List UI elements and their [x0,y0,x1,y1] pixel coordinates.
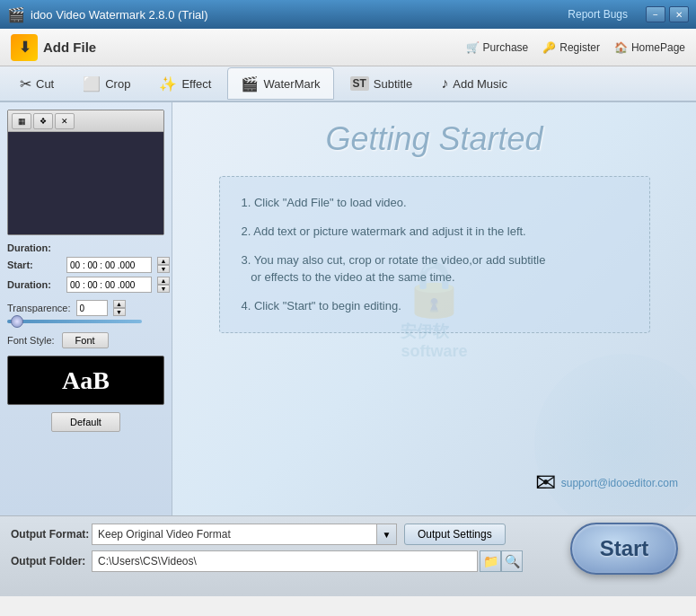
preview-toolbar: ▦ ❖ ✕ [8,110,163,132]
tab-watermark[interactable]: 🎬 WaterMark [227,67,333,100]
output-format-label: Output Format: [11,528,92,541]
browse-folder-button[interactable]: 📁 [480,550,501,572]
tab-watermark-label: WaterMark [263,77,320,91]
font-button[interactable]: Font [62,332,109,348]
tab-cut[interactable]: ✂ Cut [7,67,66,100]
app-title: idoo Video Watermark 2.8.0 (Trial) [31,8,207,22]
titlebar: 🎬 idoo Video Watermark 2.8.0 (Trial) Rep… [0,0,696,29]
start-up[interactable]: ▲ [157,257,170,265]
transparency-slider[interactable] [7,320,142,323]
preview-text-display: AaB [7,356,164,405]
format-select[interactable]: Keep Original Video Format ▼ [92,524,397,545]
homepage-label: HomePage [631,41,685,54]
homepage-link[interactable]: 🏠 HomePage [614,41,685,54]
transparence-section: Transparence: ▲ ▼ [7,300,164,325]
tab-addmusic[interactable]: ♪ Add Music [428,67,520,100]
font-style-label: Font Style: [7,335,55,346]
purchase-link[interactable]: 🛒 Purchase [466,41,529,54]
tab-subtitle[interactable]: ST Subtitle [338,67,426,100]
duration-field-label: Duration: [7,279,61,290]
format-dropdown-arrow[interactable]: ▼ [376,524,396,544]
add-file-section: ⬇ Add File [11,34,96,61]
preview-box: ▦ ❖ ✕ [7,110,164,235]
main-window: ⬇ Add File 🛒 Purchase 🔑 Register 🏠 HomeP… [0,29,696,616]
tab-subtitle-label: Subtitle [374,77,412,91]
home-icon: 🏠 [614,41,628,54]
left-panel: ▦ ❖ ✕ Duration: Start: ▲ ▼ [0,102,172,515]
tab-crop[interactable]: ⬜ Crop [70,67,143,100]
search-folder-button[interactable]: 🔍 [501,550,523,572]
email-icon: ✉ [535,468,556,497]
slider-container [7,316,164,325]
app-icon: 🎬 [7,6,25,23]
tab-crop-label: Crop [105,77,130,91]
content-area: ▦ ❖ ✕ Duration: Start: ▲ ▼ [0,102,696,515]
step-3: 3. You may also cut, crop or rotate the … [242,252,628,285]
add-file-label: Add File [43,40,96,55]
music-icon: ♪ [441,75,448,92]
duration-spinner: ▲ ▼ [157,277,170,293]
register-label: Register [559,41,600,54]
duration-header: Duration: [7,242,164,253]
nav-tabs: ✂ Cut ⬜ Crop ✨ Effect 🎬 WaterMark ST Sub… [0,66,696,102]
getting-started-title: Getting Started [325,120,542,158]
titlebar-left: 🎬 idoo Video Watermark 2.8.0 (Trial) [7,6,207,23]
transparence-label: Transparence: [7,303,71,313]
preview-close-btn[interactable]: ✕ [55,113,75,129]
folder-path-text: C:\Users\CS\Videos\ [98,555,197,568]
trans-up[interactable]: ▲ [113,300,126,308]
cut-icon: ✂ [20,75,31,92]
transparence-row: Transparence: ▲ ▼ [7,300,164,316]
transparence-input[interactable] [76,300,108,316]
register-icon: 🔑 [542,41,556,54]
purchase-icon: 🛒 [466,41,480,54]
preview-move-btn[interactable]: ❖ [33,113,53,129]
report-bugs-link[interactable]: Report Bugs [568,8,628,21]
step-2: 2. Add text or picture watermark and adj… [242,224,628,240]
register-link[interactable]: 🔑 Register [542,41,600,54]
transparence-spinner: ▲ ▼ [113,300,126,316]
start-label: Start: [7,260,61,270]
add-file-bar: ⬇ Add File 🛒 Purchase 🔑 Register 🏠 HomeP… [0,29,696,66]
minimize-button[interactable]: − [646,6,665,22]
duration-input[interactable] [66,277,152,293]
tab-effect[interactable]: ✨ Effect [146,67,224,100]
default-button[interactable]: Default [51,412,120,432]
bottom-bar: Output Format: Keep Original Video Forma… [0,515,696,596]
duration-row: Duration: ▲ ▼ [7,277,164,293]
trans-down[interactable]: ▼ [113,308,126,316]
tab-cut-label: Cut [36,77,54,91]
preview-text-content: AaB [62,366,110,395]
preview-grid-btn[interactable]: ▦ [12,113,31,129]
preview-canvas [8,132,163,234]
close-button[interactable]: ✕ [669,6,689,22]
step-4: 4. Click "Start" to begin editing. [242,298,628,314]
effect-icon: ✨ [159,75,177,92]
duration-section: Duration: Start: ▲ ▼ Duration: ▲ ▼ [7,242,164,293]
step-1: 1. Click "Add File" to load video. [242,195,628,211]
folder-icons: 📁 🔍 [480,550,523,572]
slider-handle[interactable] [11,315,23,328]
header-links: 🛒 Purchase 🔑 Register 🏠 HomePage [466,41,685,54]
add-file-icon: ⬇ [11,34,38,61]
duration-up[interactable]: ▲ [157,277,170,285]
format-value: Keep Original Video Format [93,528,376,541]
steps-box: 1. Click "Add File" to load video. 2. Ad… [219,176,650,333]
output-settings-button[interactable]: Output Settings [404,524,506,545]
start-down[interactable]: ▼ [157,265,170,273]
start-spinner: ▲ ▼ [157,257,170,273]
duration-down[interactable]: ▼ [157,285,170,293]
subtitle-icon: ST [350,76,369,91]
support-row: ✉ support@idooeditor.com [190,468,678,497]
start-row: Start: ▲ ▼ [7,257,164,273]
add-file-button[interactable]: ⬇ Add File [11,34,96,61]
folder-path-display: C:\Users\CS\Videos\ [92,550,478,572]
start-button[interactable]: Start [570,523,678,575]
start-input[interactable] [66,257,152,273]
output-folder-label: Output Folder: [11,555,92,568]
right-panel: 🔒 安伊软software Getting Started 1. Click "… [172,102,696,515]
support-link[interactable]: support@idooeditor.com [561,477,678,489]
crop-icon: ⬜ [83,75,101,92]
watermark-icon: 🎬 [241,75,259,92]
tab-effect-label: Effect [181,77,211,91]
